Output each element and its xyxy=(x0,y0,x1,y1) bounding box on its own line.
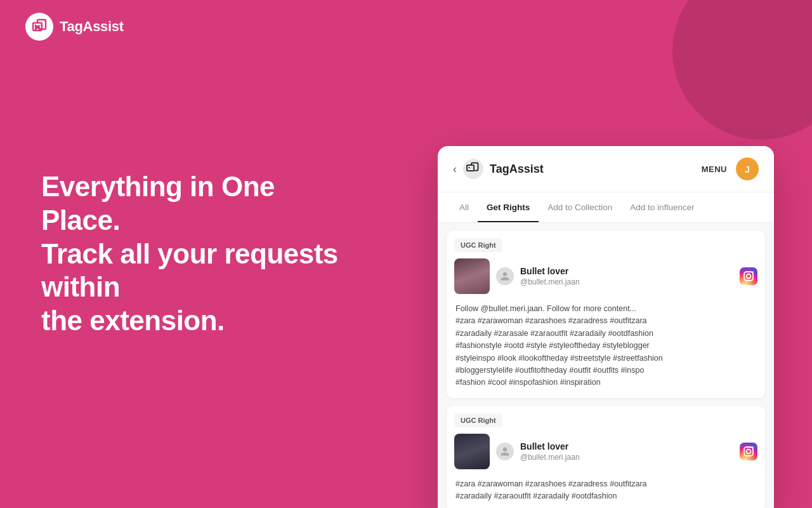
tab-add-influencer[interactable]: Add to influencer xyxy=(621,192,703,222)
card-2-username: Bullet lover xyxy=(520,441,733,451)
instagram-icon-1 xyxy=(740,267,757,285)
svg-point-14 xyxy=(752,446,753,448)
card-1-header: Bullet lover @bullet.meri.jaan xyxy=(447,252,765,300)
card-2-header: Bullet lover @bullet.meri.jaan xyxy=(447,427,765,476)
logo-text: TagAssist xyxy=(60,18,124,35)
logo-icon xyxy=(25,13,53,41)
card-2-thumbnail xyxy=(454,434,490,469)
panel-header-left: ‹ TagAssist xyxy=(453,159,544,179)
hero-line2: Track all your requests within xyxy=(41,238,338,303)
card-2-body: #zara #zarawoman #zarashoes #zaradress #… xyxy=(447,476,765,508)
panel-header-right: MENU J xyxy=(702,157,759,180)
card-2-user-info: Bullet lover @bullet.meri.jaan xyxy=(520,441,733,462)
card-1: UGC Right Bullet lover @bullet.meri.jaan xyxy=(447,231,765,398)
tab-add-collection[interactable]: Add to Collection xyxy=(539,192,621,222)
card-2-badge: UGC Right xyxy=(454,413,502,427)
card-1-handle: @bullet.meri.jaan xyxy=(520,277,733,286)
person-icon xyxy=(500,271,510,281)
svg-point-3 xyxy=(35,25,37,27)
back-button[interactable]: ‹ xyxy=(453,163,457,175)
svg-point-10 xyxy=(752,271,753,272)
card-1-thumbnail xyxy=(454,258,490,294)
tab-all[interactable]: All xyxy=(450,192,478,222)
svg-rect-7 xyxy=(740,267,757,285)
logo: TagAssist xyxy=(25,13,124,41)
card-2: UGC Right Bullet lover @bullet.meri.jaan xyxy=(447,406,765,508)
tabs-bar: All Get Rights Add to Collection Add to … xyxy=(438,192,774,223)
panel-logo-text: TagAssist xyxy=(490,163,544,176)
panel-logo-icon xyxy=(463,159,483,179)
card-1-user-info: Bullet lover @bullet.meri.jaan xyxy=(520,266,733,286)
card-1-user-icon xyxy=(496,267,514,285)
tab-get-rights[interactable]: Get Rights xyxy=(478,192,539,222)
extension-panel: ‹ TagAssist MENU J All Get Rights xyxy=(438,146,774,508)
app-header: TagAssist xyxy=(0,0,812,53)
card-2-handle: @bullet.meri.jaan xyxy=(520,453,733,462)
svg-rect-11 xyxy=(740,443,757,460)
panel-content: UGC Right Bullet lover @bullet.meri.jaan xyxy=(438,223,774,508)
hero-line3: the extension. xyxy=(41,305,225,336)
person-icon-2 xyxy=(500,446,510,457)
instagram-icon-2 xyxy=(740,443,757,460)
card-2-user-icon xyxy=(496,443,514,460)
hero-line1: Everything in One Place. xyxy=(41,171,275,236)
user-avatar[interactable]: J xyxy=(736,157,759,180)
card-1-body: Follow @bullet.meri.jaan. Follow for mor… xyxy=(447,300,765,398)
hero-section: Everything in One Place. Track all your … xyxy=(41,170,358,338)
card-1-username: Bullet lover xyxy=(520,266,733,276)
menu-button[interactable]: MENU xyxy=(702,164,727,174)
card-1-badge: UGC Right xyxy=(454,238,502,252)
hero-text: Everything in One Place. Track all your … xyxy=(41,170,358,338)
svg-point-6 xyxy=(468,167,469,168)
panel-header: ‹ TagAssist MENU J xyxy=(438,146,774,192)
